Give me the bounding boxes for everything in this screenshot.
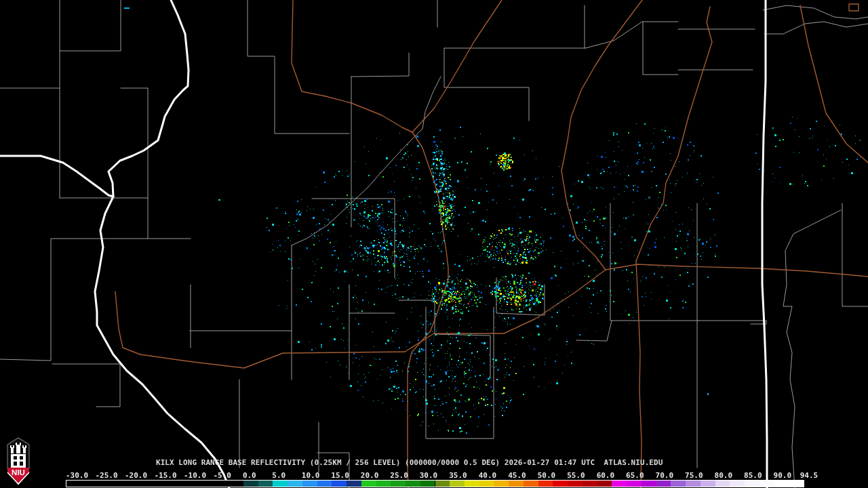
- colorbar-segment: [583, 481, 597, 487]
- colorbar-segment: [376, 481, 391, 487]
- reflectivity-colorbar: [66, 480, 804, 487]
- colorbar-segment: [671, 481, 686, 487]
- colorbar-segment: [686, 481, 701, 487]
- colorbar-tick-label: 5.0: [272, 471, 285, 480]
- colorbar-segment: [406, 481, 420, 487]
- colorbar-tick-label: -10.0: [184, 471, 206, 480]
- colorbar-tick-label: 45.0: [508, 471, 526, 480]
- colorbar-segment: [627, 481, 642, 487]
- colorbar-tick-label: 90.0: [774, 471, 792, 480]
- colorbar-segment: [553, 481, 568, 487]
- colorbar-tick-label: 35.0: [449, 471, 467, 480]
- colorbar-segment: [494, 481, 509, 487]
- colorbar-segment: [642, 481, 656, 487]
- colorbar-segment: [760, 481, 774, 487]
- radar-app-window: KILX LONG RANGE BASE REFLECTIVITY (0.25K…: [0, 0, 868, 488]
- colorbar-tick-label: 55.0: [567, 471, 585, 480]
- colorbar-tick-label: 80.0: [715, 471, 733, 480]
- colorbar-tick-label: 85.0: [744, 471, 762, 480]
- colorbar-segment: [774, 481, 789, 487]
- colorbar-tick-label: 15.0: [331, 471, 349, 480]
- colorbar-segment: [509, 481, 524, 487]
- colorbar-tick-label: -25.0: [95, 471, 117, 480]
- colorbar-segment: [524, 481, 538, 487]
- colorbar-tick-label: 0.0: [243, 471, 256, 480]
- colorbar-segment: [730, 481, 745, 487]
- colorbar-tick-label: 20.0: [361, 471, 379, 480]
- colorbar-segment: [568, 481, 583, 487]
- colorbar-segment: [347, 481, 361, 487]
- colorbar-tick-label: 30.0: [420, 471, 438, 480]
- colorbar-tick-label: -20.0: [125, 471, 147, 480]
- colorbar-tick-label: 40.0: [479, 471, 497, 480]
- colorbar-segment: [302, 481, 317, 487]
- colorbar-segment: [715, 481, 730, 487]
- niu-logo: NIU: [5, 437, 31, 486]
- colorbar-segment: [612, 481, 627, 487]
- colorbar-tick-label: -5.0: [213, 471, 231, 480]
- colorbar-segment: [538, 481, 553, 487]
- colorbar-tick-label: -15.0: [154, 471, 176, 480]
- colorbar-tick-label: 94.5: [800, 471, 818, 480]
- colorbar-segment: [450, 481, 465, 487]
- colorbar-tick-label: 70.0: [656, 471, 674, 480]
- colorbar-segment: [288, 481, 302, 487]
- colorbar-segment: [258, 481, 273, 487]
- radar-product-title: KILX LONG RANGE BASE REFLECTIVITY (0.25K…: [156, 458, 663, 467]
- colorbar-segment: [789, 481, 804, 487]
- colorbar-segment: [420, 481, 435, 487]
- niu-logo-text: NIU: [12, 468, 25, 476]
- colorbar-tick-label: 50.0: [538, 471, 556, 480]
- colorbar-tick-label: 10.0: [302, 471, 320, 480]
- colorbar-segment: [465, 481, 479, 487]
- colorbar-tick-label: 65.0: [626, 471, 644, 480]
- colorbar-tick-label: -30.0: [66, 471, 88, 480]
- colorbar-segment: [243, 481, 258, 487]
- radar-echo-layer: [0, 0, 868, 488]
- colorbar-segment: [701, 481, 715, 487]
- colorbar-segment: [435, 481, 450, 487]
- colorbar-segment: [332, 481, 347, 487]
- colorbar-tick-label: 75.0: [685, 471, 703, 480]
- colorbar-segment: [317, 481, 332, 487]
- colorbar-tick-label: 60.0: [597, 471, 615, 480]
- colorbar-segment: [656, 481, 671, 487]
- colorbar-segment: [597, 481, 612, 487]
- colorbar-tick-label: 25.0: [390, 471, 408, 480]
- colorbar-segment: [745, 481, 760, 487]
- colorbar-segment: [361, 481, 376, 487]
- colorbar-segment: [273, 481, 288, 487]
- colorbar-segment: [479, 481, 494, 487]
- colorbar-segment: [391, 481, 406, 487]
